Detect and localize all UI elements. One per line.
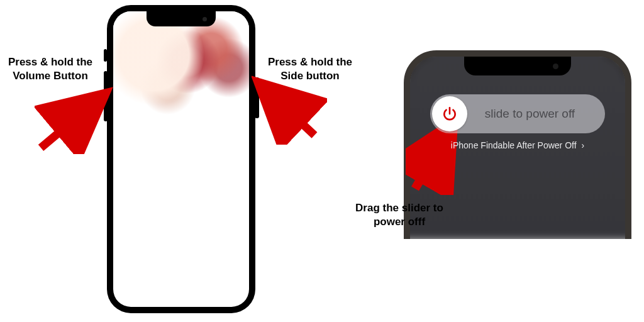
findable-label: iPhone Findable After Power Off xyxy=(451,140,577,150)
label-side: Press & hold the Side button xyxy=(263,55,357,83)
wallpaper-floral xyxy=(113,11,249,137)
power-off-knob[interactable] xyxy=(432,96,467,131)
phone-frame-left xyxy=(107,5,255,313)
label-drag: Drag the slider to power offf xyxy=(346,201,453,229)
notch-right xyxy=(464,57,571,75)
mute-switch[interactable] xyxy=(104,49,107,62)
svg-line-0 xyxy=(41,97,101,148)
side-button[interactable] xyxy=(255,77,259,118)
slider-text: slide to power off xyxy=(467,107,605,121)
power-icon xyxy=(441,106,458,122)
power-off-slider[interactable]: slide to power off xyxy=(430,94,605,133)
volume-up-button[interactable] xyxy=(104,71,108,93)
chevron-right-icon: › xyxy=(581,140,584,150)
volume-down-button[interactable] xyxy=(104,99,108,121)
label-volume: Press & hold the Volume Button xyxy=(0,55,101,83)
notch-left xyxy=(147,11,216,26)
svg-line-1 xyxy=(263,87,314,135)
arrow-side-icon xyxy=(252,75,327,145)
findable-text[interactable]: iPhone Findable After Power Off › xyxy=(410,140,625,150)
phone-screen-left xyxy=(113,11,249,307)
